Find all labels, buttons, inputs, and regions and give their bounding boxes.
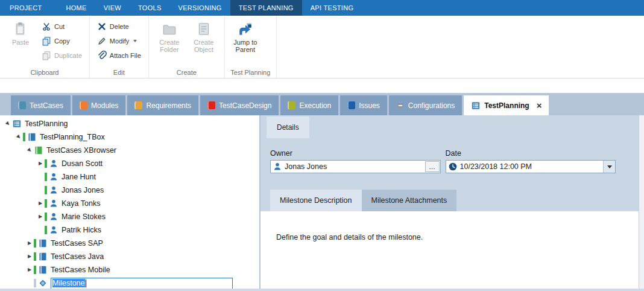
cut-icon — [42, 22, 51, 31]
app-window: PROJECT HOMEVIEWTOOLSVERSIONINGTEST PLAN… — [0, 0, 644, 291]
tab-label: Issues — [359, 101, 380, 110]
cut-button[interactable]: Cut — [39, 19, 85, 34]
menu-tab-tools[interactable]: TOOLS — [130, 0, 170, 16]
status-bar — [45, 199, 47, 208]
tree-item-testcases-mobile[interactable]: ▶TestCases Mobile — [0, 263, 259, 277]
date-field-group: Date 10/23/2018 12:00 PM — [446, 149, 616, 173]
create-folder-button[interactable]: Create Folder — [153, 18, 186, 53]
person-icon — [49, 185, 58, 195]
tree-item-dusan-scott[interactable]: ▶Dusan Scott — [0, 157, 259, 170]
close-icon[interactable]: × — [537, 101, 542, 110]
jump-to-parent-button[interactable]: Jump to Parent — [229, 18, 262, 53]
ribbon-group-label: Test Planning — [225, 69, 276, 76]
expand-arrow-icon[interactable]: ▶ — [14, 132, 24, 142]
expand-arrow-icon[interactable]: ▶ — [36, 201, 45, 206]
duplicate-button[interactable]: Duplicate — [39, 48, 85, 63]
tree-item-testplanning[interactable]: ▶TestPlanning — [0, 117, 259, 130]
tab-details[interactable]: Details — [267, 117, 309, 138]
expand-arrow-icon[interactable]: ▶ — [25, 241, 34, 246]
button-label: Modify — [110, 37, 129, 45]
tree-item-name-editor[interactable]: Milestone — [51, 278, 233, 289]
ribbon-group-clipboard: PasteCutCopyDuplicateClipboard — [0, 16, 90, 78]
workspace-tabstrip: TestCasesModulesRequirementsTestCaseDesi… — [0, 93, 644, 115]
menu-tab-view[interactable]: VIEW — [95, 0, 130, 16]
date-field[interactable]: 10/23/2018 12:00 PM — [446, 160, 616, 173]
tab-modules[interactable]: Modules — [72, 95, 125, 115]
menu-tab-api-testing[interactable]: API TESTING — [302, 0, 362, 16]
expand-arrow-icon[interactable]: ▶ — [36, 214, 45, 219]
tree-item-label: TestPlanning — [25, 120, 68, 128]
copy-button[interactable]: Copy — [39, 34, 85, 48]
paste-icon — [13, 21, 28, 37]
text-caret — [86, 280, 86, 287]
ribbon-group-test-planning: Jump to ParentTest Planning — [225, 16, 277, 78]
menu-tab-home[interactable]: HOME — [57, 0, 95, 16]
duplicate-icon — [42, 51, 51, 60]
owner-browse-button[interactable]: … — [425, 161, 440, 172]
expand-arrow-icon[interactable]: ▶ — [25, 267, 34, 272]
date-dropdown-button[interactable] — [603, 161, 615, 173]
tab-testcases[interactable]: TestCases — [11, 95, 71, 115]
expand-arrow-icon[interactable]: ▶ — [25, 254, 34, 259]
tree-item-marie-stokes[interactable]: ▶Marie Stokes — [0, 210, 259, 223]
status-bar — [34, 266, 36, 274]
tree-item-jane-hunt[interactable]: Jane Hunt — [0, 170, 259, 184]
tab-configurations[interactable]: Configurations — [389, 95, 462, 115]
testplanning-icon — [471, 101, 481, 110]
clock-icon — [448, 162, 458, 171]
attach-file-button[interactable]: Attach File — [94, 48, 144, 63]
person-icon — [49, 225, 58, 235]
menubar-tabs: HOMEVIEWTOOLSVERSIONINGTEST PLANNINGAPI … — [57, 0, 362, 16]
tab-label: TestCases — [30, 101, 63, 110]
testcasedesign-icon — [207, 101, 215, 109]
tree-item-testplanning-tbox[interactable]: ▶TestPlanning_TBox — [0, 130, 259, 144]
tab-milestone-attachments[interactable]: Milestone Attachments — [362, 190, 457, 211]
expand-arrow-icon[interactable]: ▶ — [3, 119, 13, 129]
tree-item-kaya-tonks[interactable]: ▶Kaya Tonks — [0, 197, 259, 210]
tab-testplanning[interactable]: TestPlanning× — [464, 95, 549, 115]
tree-item-testcases-java[interactable]: ▶TestCases Java — [0, 250, 259, 263]
testplanning-tree: ▶TestPlanning▶TestPlanning_TBox▶TestCase… — [0, 115, 259, 289]
ribbon: PasteCutCopyDuplicateClipboardDeleteModi… — [0, 16, 644, 78]
book-blue-icon — [38, 265, 48, 275]
copy-icon — [42, 36, 51, 46]
tab-requirements[interactable]: Requirements — [127, 95, 198, 115]
tab-execution[interactable]: Execution — [280, 95, 338, 115]
jump-to-parent-icon — [238, 21, 253, 37]
tree-item-label: TestCases Java — [51, 252, 104, 261]
modify-button[interactable]: Modify — [94, 34, 144, 48]
tree-item-testcases-xbrowser[interactable]: ▶TestCases XBrowser — [0, 144, 259, 157]
button-label: Create Object — [188, 39, 220, 53]
tree-item-patrik-hicks[interactable]: Patrik Hicks — [0, 223, 259, 237]
owner-field[interactable]: Jonas Jones … — [270, 160, 441, 173]
modify-icon — [97, 36, 107, 46]
tree-item-testcases-sap[interactable]: ▶TestCases SAP — [0, 237, 259, 250]
create-object-button[interactable]: Create Object — [188, 18, 220, 53]
tab-details-label: Details — [277, 123, 299, 132]
tab-label: TestCaseDesign — [219, 101, 271, 110]
book-blue-icon — [38, 238, 48, 248]
tree-item-jonas-jones[interactable]: Jonas Jones — [0, 184, 259, 197]
status-bar — [45, 159, 47, 168]
menu-project[interactable]: PROJECT — [0, 0, 51, 16]
tree-item-label: TestCases Mobile — [51, 266, 110, 274]
delete-button[interactable]: Delete — [94, 19, 144, 34]
menu-tab-test-planning[interactable]: TEST PLANNING — [230, 0, 302, 16]
button-label: Copy — [54, 37, 70, 45]
button-label: Create Folder — [153, 39, 186, 53]
menu-tab-versioning[interactable]: VERSIONING — [170, 0, 230, 16]
tab-milestone-description[interactable]: Milestone Description — [270, 190, 362, 211]
tree-item-milestone[interactable]: Milestone — [0, 277, 259, 289]
book-blue-icon — [38, 252, 48, 261]
tree-item-label: TestPlanning_TBox — [40, 133, 105, 141]
person-icon — [49, 212, 58, 222]
milestone-description-area[interactable]: Define the goal and details of the miles… — [260, 211, 639, 289]
vertical-scrollbar[interactable] — [639, 115, 644, 289]
expand-arrow-icon[interactable]: ▶ — [25, 146, 34, 155]
fields-row: Owner Jonas Jones … Date 10/23/2018 12:0… — [270, 149, 616, 173]
book-blue-icon — [27, 132, 37, 142]
tab-testcasedesign[interactable]: TestCaseDesign — [200, 95, 279, 115]
tab-issues[interactable]: Issues — [340, 95, 387, 115]
paste-button[interactable]: Paste — [4, 18, 37, 63]
expand-arrow-icon[interactable]: ▶ — [36, 161, 45, 166]
